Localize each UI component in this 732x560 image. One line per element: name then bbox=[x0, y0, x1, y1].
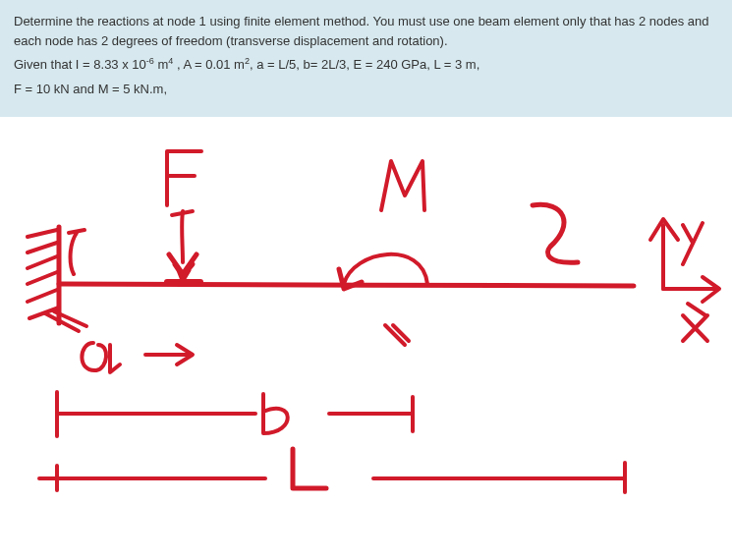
label-y-glyph bbox=[683, 223, 703, 264]
support-hatching bbox=[28, 230, 59, 318]
label-two-glyph bbox=[533, 204, 578, 262]
label-x-glyph bbox=[683, 315, 707, 341]
label-a-glyph bbox=[82, 343, 120, 372]
sketch-area bbox=[0, 117, 732, 498]
label-one-glyph bbox=[69, 230, 84, 274]
force-arrow-top bbox=[172, 211, 193, 215]
problem-statement-box: Determine the reactions at node 1 using … bbox=[0, 0, 732, 117]
problem-line1: Determine the reactions at node 1 using … bbox=[14, 12, 718, 51]
dim-a-arrow bbox=[145, 345, 193, 364]
label-M-glyph bbox=[381, 161, 424, 210]
sketch-svg bbox=[0, 117, 732, 498]
problem-line2: Given that I = 8.33 x 10-6 m4 , A = 0.01… bbox=[14, 55, 718, 75]
force-arrow-shaft bbox=[182, 211, 183, 262]
moment-arc bbox=[344, 254, 427, 284]
label-F-glyph bbox=[167, 151, 201, 205]
axis-tail bbox=[688, 304, 705, 315]
label-L-glyph bbox=[293, 449, 326, 488]
beam-line bbox=[59, 284, 634, 286]
support-base-cross bbox=[45, 311, 86, 331]
problem-line3: F = 10 kN and M = 5 kN.m, bbox=[14, 80, 718, 99]
moment-mark bbox=[385, 325, 409, 345]
label-b-glyph bbox=[263, 394, 288, 433]
